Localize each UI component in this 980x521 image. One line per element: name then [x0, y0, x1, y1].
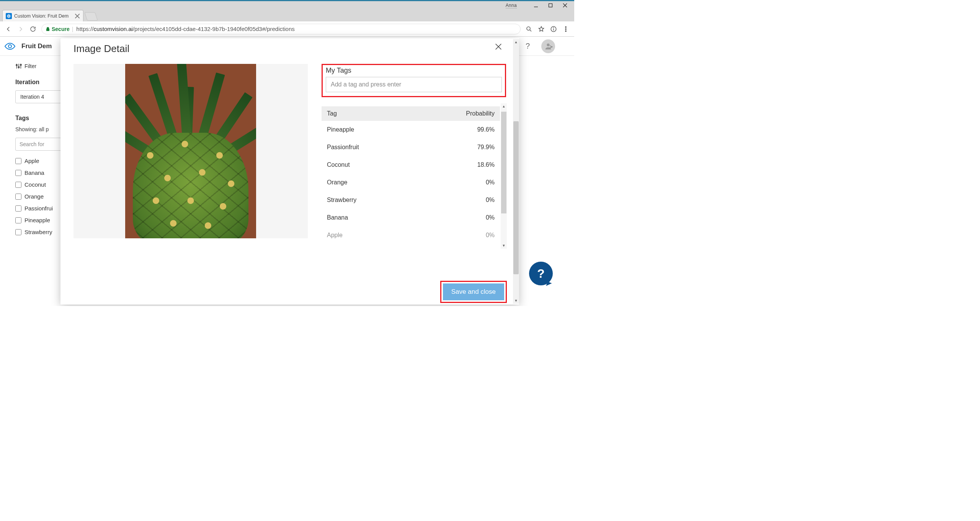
- cell-tag: Passionfruit: [322, 138, 415, 156]
- tag-checkbox-label: Orange: [24, 193, 44, 200]
- avatar[interactable]: [541, 39, 555, 53]
- tag-checkbox[interactable]: [15, 205, 21, 212]
- back-button[interactable]: [2, 23, 15, 35]
- tag-checkbox[interactable]: [15, 229, 21, 235]
- window-close-button[interactable]: [558, 2, 572, 9]
- table-row: Apple0%: [322, 226, 500, 244]
- col-probability[interactable]: Probability: [415, 106, 500, 121]
- info-icon[interactable]: [547, 23, 560, 35]
- cell-tag: Coconut: [322, 156, 415, 174]
- iteration-select[interactable]: Iteration 4: [15, 90, 61, 103]
- help-icon[interactable]: ?: [526, 42, 530, 50]
- predictions-table: Tag Probability Pineapple99.6%Passionfru…: [322, 106, 500, 244]
- kebab-menu-icon[interactable]: [560, 23, 572, 35]
- browser-tab[interactable]: Custom Vision: Fruit Dem: [2, 10, 83, 21]
- pineapple-image: [125, 64, 256, 238]
- svg-point-11: [554, 28, 554, 28]
- window-minimize-button[interactable]: [529, 2, 543, 9]
- tag-checkbox-label: Strawberry: [24, 229, 52, 235]
- star-icon[interactable]: [535, 23, 547, 35]
- table-row: Strawberry0%: [322, 191, 500, 209]
- filter-label: Filter: [24, 63, 36, 69]
- sliders-icon: [15, 63, 22, 70]
- save-and-close-button[interactable]: Save and close: [443, 283, 504, 300]
- sidebar: Filter Iteration Iteration 4 Tags Showin…: [0, 56, 61, 306]
- modal-title: Image Detail: [60, 38, 519, 55]
- image-detail-modal: ▲ ▼ Image Detail My Tags ▲: [60, 38, 519, 304]
- cell-tag: Apple: [322, 226, 415, 244]
- triangle-down-icon[interactable]: ▼: [501, 243, 507, 249]
- tag-checkbox[interactable]: [15, 182, 21, 188]
- tag-checkbox-item[interactable]: Passionfrui: [15, 205, 61, 212]
- cell-tag: Orange: [322, 174, 415, 191]
- scroll-thumb[interactable]: [513, 121, 519, 274]
- table-row: Orange0%: [322, 174, 500, 191]
- tag-checkbox-item[interactable]: Orange: [15, 193, 61, 200]
- svg-point-7: [527, 27, 530, 30]
- tag-checkbox-label: Banana: [24, 169, 44, 176]
- address-bar[interactable]: Secure | https://customvision.ai/project…: [41, 24, 521, 34]
- cell-probability: 99.6%: [415, 121, 500, 138]
- scroll-thumb[interactable]: [501, 112, 506, 213]
- window-maximize-button[interactable]: [544, 2, 557, 9]
- modal-close-button[interactable]: [493, 41, 504, 52]
- save-button-highlight: Save and close: [440, 281, 507, 303]
- browser-tabstrip: Custom Vision: Fruit Dem: [0, 9, 574, 21]
- project-name: Fruit Dem: [21, 42, 52, 50]
- modal-scrollbar[interactable]: ▲ ▼: [513, 39, 519, 304]
- tag-checkbox[interactable]: [15, 170, 21, 176]
- svg-point-12: [565, 26, 566, 27]
- table-row: Banana0%: [322, 209, 500, 226]
- browser-tab-title: Custom Vision: Fruit Dem: [14, 13, 73, 19]
- add-tag-input[interactable]: [326, 77, 502, 92]
- close-icon[interactable]: [75, 13, 80, 19]
- tag-checkbox-item[interactable]: Pineapple: [15, 217, 61, 223]
- tag-checkbox-item[interactable]: Apple: [15, 158, 61, 164]
- triangle-up-icon[interactable]: ▲: [513, 39, 519, 45]
- tag-checkbox[interactable]: [15, 194, 21, 200]
- tag-checkbox-item[interactable]: Coconut: [15, 181, 61, 188]
- showing-text: Showing: all p: [15, 126, 61, 132]
- svg-point-13: [565, 28, 566, 29]
- cell-probability: 0%: [415, 191, 500, 209]
- table-row: Pineapple99.6%: [322, 121, 500, 138]
- tag-checkbox[interactable]: [15, 158, 21, 164]
- col-tag[interactable]: Tag: [322, 106, 415, 121]
- svg-point-4: [8, 15, 10, 17]
- window-titlebar: Anna: [0, 0, 574, 9]
- cell-tag: Banana: [322, 209, 415, 226]
- cell-probability: 0%: [415, 209, 500, 226]
- cell-tag: Pineapple: [322, 121, 415, 138]
- triangle-down-icon[interactable]: ▼: [513, 298, 519, 304]
- my-tags-highlight: My Tags: [322, 64, 506, 97]
- triangle-up-icon[interactable]: ▲: [501, 103, 507, 109]
- tag-checkbox[interactable]: [15, 217, 21, 223]
- tag-checkbox-item[interactable]: Banana: [15, 169, 61, 176]
- chevron-right-icon[interactable]: >: [550, 44, 553, 50]
- iteration-heading: Iteration: [15, 79, 61, 86]
- table-scrollbar[interactable]: ▲ ▼: [501, 103, 507, 249]
- forward-button[interactable]: [15, 23, 27, 35]
- tag-search-input[interactable]: Search for: [15, 138, 61, 151]
- cell-tag: Strawberry: [322, 191, 415, 209]
- url-text: https://customvision.ai/projects/ec4105d…: [76, 26, 294, 32]
- lock-icon: Secure: [46, 26, 70, 32]
- svg-point-15: [8, 45, 11, 48]
- tag-checkbox-label: Passionfrui: [24, 205, 53, 212]
- cell-probability: 79.9%: [415, 138, 500, 156]
- tag-checkbox-item[interactable]: Strawberry: [15, 229, 61, 235]
- zoom-icon[interactable]: [523, 23, 535, 35]
- my-tags-label: My Tags: [326, 67, 502, 75]
- new-tab-button[interactable]: [84, 12, 98, 21]
- cell-probability: 18.6%: [415, 156, 500, 174]
- tag-checkbox-label: Pineapple: [24, 217, 50, 223]
- filter-button[interactable]: Filter: [15, 63, 61, 70]
- tag-checkbox-label: Apple: [24, 158, 39, 164]
- image-preview: [74, 64, 308, 238]
- svg-line-8: [530, 30, 531, 31]
- cell-probability: 0%: [415, 174, 500, 191]
- help-fab[interactable]: ?: [529, 262, 553, 285]
- tags-heading: Tags: [15, 115, 61, 122]
- reload-button[interactable]: [27, 23, 39, 35]
- tag-list: AppleBananaCoconutOrangePassionfruiPinea…: [15, 158, 61, 235]
